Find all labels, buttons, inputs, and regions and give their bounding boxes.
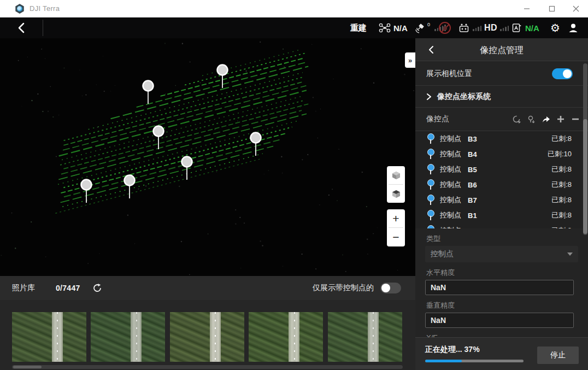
- rtk-icon: [511, 22, 522, 33]
- toolbar-divider: [43, 20, 43, 36]
- gcp-list-item[interactable]: 控制点 B6 已刺:8: [415, 177, 588, 192]
- photo-filmstrip: [0, 300, 415, 370]
- processing-status-text: 正在处理... 37%: [425, 345, 480, 355]
- gcp-id: B5: [468, 166, 477, 174]
- rtk-status-value: N/A: [525, 24, 539, 33]
- gcp-section-label: 像控点: [426, 114, 449, 124]
- hd-transmission-status: HD: [484, 17, 509, 38]
- hd-signal-bars-icon: [500, 25, 509, 31]
- filmstrip-scrollbar-thumb[interactable]: [13, 366, 42, 368]
- settings-button[interactable]: ⚙: [550, 17, 560, 38]
- gcp-pin-icon: [427, 164, 433, 175]
- app-title: DJI Terra: [30, 4, 60, 13]
- account-button[interactable]: [568, 17, 579, 38]
- aircraft-status-value: N/A: [393, 24, 408, 33]
- view-cube-top-button[interactable]: [387, 185, 405, 203]
- gcp-list-item[interactable]: 控制点 B3 已刺:8: [415, 131, 588, 146]
- gcp-list: 控制点 B3 已刺:8 控制点 B4 已刺:10 控制点 B5 已刺:8 控制点…: [415, 131, 588, 228]
- type-select[interactable]: 控制点: [425, 246, 578, 262]
- vertical-accuracy-input[interactable]: [425, 313, 574, 328]
- coordinate-system-row[interactable]: 像控点坐标系统: [415, 86, 588, 108]
- photo-library-label: 照片库: [12, 283, 35, 293]
- hd-label: HD: [484, 23, 497, 33]
- progress-bar-fill: [425, 360, 462, 362]
- gcp-remove-button[interactable]: [571, 114, 580, 124]
- photo-thumbnail[interactable]: [91, 312, 165, 362]
- coordinate-system-label: 像控点坐标系统: [437, 92, 491, 102]
- title-bar: DJI Terra: [0, 0, 588, 17]
- filmstrip-scrollbar[interactable]: [12, 365, 403, 369]
- gcp-name: 控制点: [440, 149, 461, 159]
- vertical-accuracy-label: 垂直精度: [426, 301, 588, 310]
- cube-3d-icon: [391, 171, 401, 180]
- link-disconnected-indicator: [439, 17, 451, 38]
- gear-icon: ⚙: [550, 21, 560, 34]
- gcp-export-button[interactable]: [541, 114, 551, 124]
- gps-satellite-count: 0: [427, 22, 430, 27]
- rtk-status: N/A: [511, 17, 539, 38]
- gcp-list-item[interactable]: 控制点 B4 已刺:10: [415, 146, 588, 162]
- maximize-button[interactable]: [540, 0, 564, 17]
- gcp-list-item[interactable]: 控制点 B7 已刺:8: [415, 192, 588, 208]
- rebuild-button[interactable]: 重建: [350, 17, 367, 38]
- gcp-name: 控制点: [440, 210, 461, 220]
- panel-scrollbar-thumb[interactable]: [583, 119, 587, 234]
- horizontal-accuracy-input[interactable]: [425, 280, 574, 295]
- gcp-pin-icon: [427, 133, 433, 144]
- panel-collapse-tab[interactable]: »: [405, 52, 415, 68]
- view-cube-3d-button[interactable]: [387, 166, 405, 184]
- 3d-viewport[interactable]: » + −: [0, 38, 415, 276]
- gcp-pin-icon: [427, 179, 433, 190]
- panel-header: 像控点管理: [415, 38, 588, 61]
- chevron-right-icon: [426, 93, 432, 101]
- zoom-out-button[interactable]: −: [387, 228, 405, 246]
- stop-button[interactable]: 停止: [537, 346, 579, 364]
- gcp-marker[interactable]: [81, 180, 92, 203]
- gcp-pin-icon: [427, 149, 433, 160]
- panel-scrollbar[interactable]: [583, 63, 587, 235]
- drone-icon: [379, 22, 391, 33]
- filter-gcp-only-toggle[interactable]: [380, 283, 401, 293]
- filter-gcp-only-label: 仅展示带控制点的: [313, 283, 374, 293]
- satellite-icon: [414, 22, 426, 33]
- gcp-name: 控制点: [440, 165, 461, 174]
- gcp-optimize-button[interactable]: [511, 114, 521, 124]
- gcp-section-header: 像控点: [415, 108, 588, 130]
- gcp-marked-count: 已刺:10: [548, 149, 572, 159]
- photo-thumbnail[interactable]: [170, 312, 244, 362]
- back-button[interactable]: [12, 19, 31, 37]
- gcp-list-item[interactable]: 控制点 B1 已刺:8: [415, 208, 588, 223]
- top-toolbar: 重建 N/A 0: [0, 17, 588, 38]
- refresh-button[interactable]: [92, 283, 102, 293]
- type-label: 类型: [426, 234, 588, 244]
- view-mode-widget: [387, 166, 405, 203]
- remote-controller-icon: [458, 22, 470, 33]
- close-button[interactable]: [564, 0, 588, 17]
- gcp-import-button[interactable]: [526, 114, 536, 124]
- minimize-button[interactable]: [515, 0, 539, 17]
- horizontal-accuracy-label: 水平精度: [426, 268, 588, 278]
- photo-thumbnail[interactable]: [249, 312, 323, 362]
- remote-controller-status: [458, 17, 481, 38]
- photo-thumbnail[interactable]: [328, 312, 402, 362]
- gcp-marker[interactable]: [251, 133, 261, 156]
- gcp-list-item[interactable]: 控制点 B5 已刺:8: [415, 162, 588, 177]
- gcp-id: B7: [468, 196, 477, 204]
- gcp-marker[interactable]: [125, 175, 135, 199]
- chevron-down-icon: [567, 252, 573, 256]
- progress-bar: [425, 360, 524, 362]
- gcp-add-button[interactable]: [556, 114, 566, 124]
- gcp-marker[interactable]: [143, 81, 154, 104]
- gcp-list-item[interactable]: 控制点 B2 已刺:8: [415, 223, 588, 228]
- show-camera-label: 展示相机位置: [426, 69, 472, 79]
- gcp-marked-count: 已刺:8: [551, 195, 572, 205]
- zoom-in-button[interactable]: +: [387, 209, 405, 227]
- panel-title: 像控点管理: [415, 45, 588, 56]
- gcp-marked-count: 已刺:8: [551, 165, 572, 174]
- type-select-value: 控制点: [431, 249, 454, 259]
- show-camera-toggle[interactable]: [552, 68, 573, 79]
- photo-thumbnail[interactable]: [12, 312, 86, 362]
- thumbnail-strip: [12, 312, 403, 362]
- dji-terra-window: DJI Terra 重建 N/A: [0, 0, 588, 370]
- gcp-id: B3: [468, 135, 477, 143]
